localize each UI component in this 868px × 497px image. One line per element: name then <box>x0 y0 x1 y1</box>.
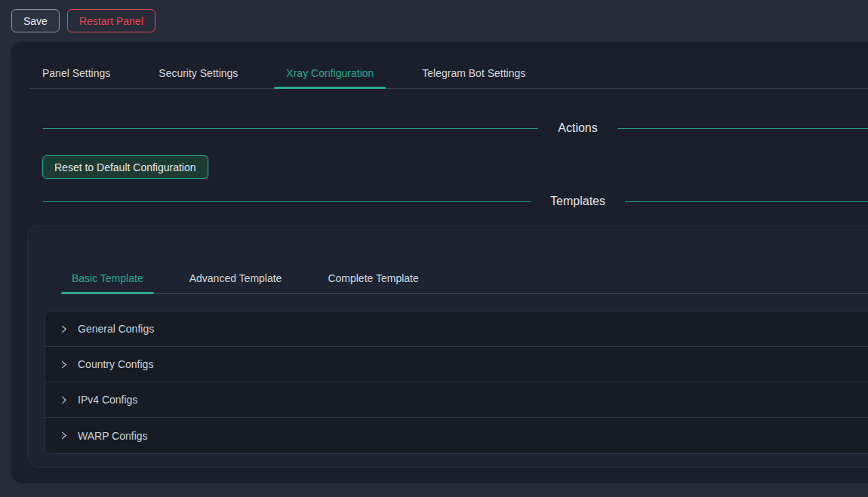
tab-complete-template[interactable]: Complete Template <box>317 263 429 293</box>
divider-line <box>617 128 868 129</box>
template-tabbar: Basic Template Advanced Template Complet… <box>61 225 868 294</box>
tab-panel-settings[interactable]: Panel Settings <box>30 58 122 88</box>
tab-basic-template[interactable]: Basic Template <box>61 263 154 293</box>
collapse-row-general-configs[interactable]: General Configs <box>45 311 868 347</box>
chevron-right-icon <box>58 324 69 334</box>
chevron-right-icon <box>58 431 69 441</box>
tab-telegram-bot-settings[interactable]: Telegram Bot Settings <box>410 58 537 88</box>
templates-section-title: Templates <box>550 195 605 208</box>
collapse-row-country-configs[interactable]: Country Configs <box>45 347 868 382</box>
tab-advanced-template[interactable]: Advanced Template <box>179 263 293 293</box>
tab-xray-configuration[interactable]: Xray Configuration <box>274 58 386 88</box>
settings-card: Panel Settings Security Settings Xray Co… <box>11 41 868 483</box>
chevron-right-icon <box>58 394 69 405</box>
save-button[interactable]: Save <box>11 9 60 32</box>
collapse-row-label: General Configs <box>78 323 154 335</box>
collapse-row-label: Country Configs <box>78 358 153 370</box>
divider-line <box>43 128 538 129</box>
reset-default-configuration-button[interactable]: Reset to Default Configuration <box>42 155 208 179</box>
divider-line <box>625 201 868 202</box>
collapse-row-ipv4-configs[interactable]: IPv4 Configs <box>45 382 868 418</box>
chevron-right-icon <box>58 359 69 370</box>
templates-divider: Templates <box>43 195 868 208</box>
restart-panel-button[interactable]: Restart Panel <box>67 9 155 32</box>
actions-divider: Actions <box>43 121 868 135</box>
collapse-row-warp-configs[interactable]: WARP Configs <box>45 418 868 453</box>
settings-tabbar: Panel Settings Security Settings Xray Co… <box>30 41 868 89</box>
collapse-row-label: IPv4 Configs <box>78 394 137 406</box>
topbar: Save Restart Panel <box>0 0 868 41</box>
divider-line <box>43 201 531 202</box>
tab-security-settings[interactable]: Security Settings <box>146 58 250 88</box>
templates-card: Basic Template Advanced Template Complet… <box>27 225 868 468</box>
configs-collapse-list: General Configs Country Configs IPv4 Con… <box>45 311 868 454</box>
collapse-row-label: WARP Configs <box>78 430 148 442</box>
actions-section-title: Actions <box>558 121 597 135</box>
